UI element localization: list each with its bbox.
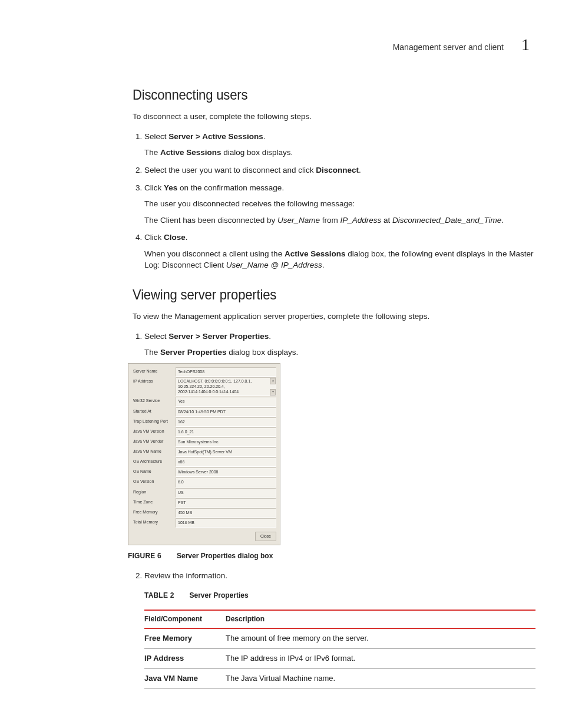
dialog-field-value: 1016 MB bbox=[176, 518, 276, 528]
step-1: Select Server > Active Sessions. The Act… bbox=[144, 131, 535, 159]
dialog-field-label: OS Architecture bbox=[132, 457, 176, 467]
header-section: Management server and client bbox=[393, 42, 504, 52]
dialog-field-value: 1.6.0_21 bbox=[176, 427, 276, 437]
step-4: Click Close. When you disconnect a clien… bbox=[144, 232, 535, 271]
table-title: Server Properties bbox=[190, 591, 249, 599]
dialog-row: RegionUS bbox=[132, 488, 276, 498]
table-row: Free MemoryThe amount of free memory on … bbox=[144, 628, 535, 648]
step-1b: Select Server > Server Properties. The S… bbox=[144, 331, 535, 562]
col-field: Field/Component bbox=[144, 610, 226, 628]
table-row: Java VM NameThe Java Virtual Machine nam… bbox=[144, 669, 535, 689]
scrollbar[interactable]: ▴▾ bbox=[270, 378, 276, 396]
table-cell-desc: The amount of free memory on the server. bbox=[226, 628, 535, 648]
dialog-row: Server NameTechOPS2008 bbox=[132, 367, 276, 377]
dialog-row: Started At08/24/10 1:49:50 PM PDT bbox=[132, 407, 276, 417]
table-cell-field: IP Address bbox=[144, 649, 226, 669]
dialog-row: OS Architecturex86 bbox=[132, 457, 276, 467]
dialog-row: IP AddressLOCALHOST, 0:0:0:0:0:0:0:1, 12… bbox=[132, 377, 276, 396]
dialog-field-label: Total Memory bbox=[132, 518, 176, 528]
col-desc: Description bbox=[226, 610, 535, 628]
dialog-row: Java VM NameJava HotSpot(TM) Server VM bbox=[132, 447, 276, 457]
dialog-field-label: Java VM Version bbox=[132, 427, 176, 437]
table-label: TABLE 2 bbox=[144, 591, 174, 599]
table-cell-desc: The IP address in IPv4 or IPv6 format. bbox=[226, 649, 535, 669]
dialog-row: Time ZonePST bbox=[132, 498, 276, 508]
table-cell-field: Java VM Name bbox=[144, 669, 226, 689]
step-2b: Review the information. TABLE 2Server Pr… bbox=[144, 570, 535, 689]
table-row: IP AddressThe IP address in IPv4 or IPv6… bbox=[144, 649, 535, 669]
dialog-field-value: x86 bbox=[176, 457, 276, 467]
scroll-down-icon[interactable]: ▾ bbox=[270, 389, 276, 396]
step-3: Click Yes on the confirmation message. T… bbox=[144, 182, 535, 226]
dialog-field-label: Win32 Service bbox=[132, 397, 176, 406]
table-cell-desc: The Java Virtual Machine name. bbox=[226, 669, 535, 689]
close-button[interactable]: Close bbox=[255, 532, 276, 541]
dialog-row: OS Version6.0 bbox=[132, 477, 276, 487]
intro-text-2: To view the Management application serve… bbox=[133, 311, 535, 322]
step-3-sub1: The user you disconnected receives the f… bbox=[144, 198, 535, 210]
step-1-sub: The Active Sessions dialog box displays. bbox=[144, 147, 535, 159]
figure-label: FIGURE 6 bbox=[128, 552, 161, 560]
dialog-field-value: 162 bbox=[176, 417, 276, 427]
step-3-sub2: The Client has been disconnected by User… bbox=[144, 215, 535, 226]
dialog-field-value: TechOPS2008 bbox=[176, 367, 276, 377]
dialog-field-label: IP Address bbox=[132, 377, 176, 396]
dialog-field-value: 6.0 bbox=[176, 477, 276, 487]
server-properties-table: Field/Component Description Free MemoryT… bbox=[144, 610, 535, 689]
dialog-field-value: Java HotSpot(TM) Server VM bbox=[176, 447, 276, 457]
dialog-field-label: Java VM Vendor bbox=[132, 437, 176, 447]
dialog-field-label: Server Name bbox=[132, 367, 176, 377]
dialog-row: Java VM Version1.6.0_21 bbox=[132, 427, 276, 437]
dialog-field-value: 08/24/10 1:49:50 PM PDT bbox=[176, 407, 276, 417]
dialog-field-label: OS Version bbox=[132, 477, 176, 487]
step-1b-sub: The Server Properties dialog box display… bbox=[144, 347, 535, 358]
heading-viewing-server-properties: Viewing server properties bbox=[133, 286, 503, 303]
steps-view-props: Select Server > Server Properties. The S… bbox=[133, 331, 535, 689]
dialog-field-label: Started At bbox=[132, 407, 176, 417]
server-properties-dialog: Server NameTechOPS2008IP AddressLOCALHOS… bbox=[128, 363, 280, 545]
dialog-row: Java VM VendorSun Microsystems Inc. bbox=[132, 437, 276, 447]
intro-text: To disconnect a user, complete the follo… bbox=[133, 111, 535, 123]
table-caption: TABLE 2Server Properties bbox=[144, 589, 535, 601]
dialog-field-label: Time Zone bbox=[132, 498, 176, 508]
dialog-field-value: Yes bbox=[176, 397, 276, 406]
dialog-field-value: Sun Microsystems Inc. bbox=[176, 437, 276, 447]
dialog-field-label: Java VM Name bbox=[132, 447, 176, 457]
dialog-row: Trap Listening Port162 bbox=[132, 417, 276, 427]
dialog-row: Free Memory450 MB bbox=[132, 508, 276, 518]
dialog-field-value: 450 MB bbox=[176, 508, 276, 518]
dialog-row: Total Memory1016 MB bbox=[132, 518, 276, 528]
step-4-sub: When you disconnect a client using the A… bbox=[144, 248, 535, 271]
dialog-field-value: US bbox=[176, 488, 276, 498]
scroll-up-icon[interactable]: ▴ bbox=[270, 378, 276, 384]
table-cell-field: Free Memory bbox=[144, 628, 226, 648]
dialog-field-value: Windows Server 2008 bbox=[176, 467, 276, 477]
dialog-field-label: Free Memory bbox=[132, 508, 176, 518]
dialog-field-label: OS Name bbox=[132, 467, 176, 477]
steps-disconnect: Select Server > Active Sessions. The Act… bbox=[133, 131, 535, 271]
header-chapter: 1 bbox=[521, 35, 530, 54]
heading-disconnecting-users: Disconnecting users bbox=[133, 87, 503, 103]
figure-title: Server Properties dialog box bbox=[177, 552, 273, 560]
dialog-field-value: LOCALHOST, 0:0:0:0:0:0:0:1, 127.0.0.1, 1… bbox=[176, 377, 276, 396]
dialog-field-value: PST bbox=[176, 498, 276, 508]
dialog-field-label: Region bbox=[132, 488, 176, 498]
step-2: Select the user you want to disconnect a… bbox=[144, 164, 535, 176]
dialog-row: Win32 ServiceYes bbox=[132, 397, 276, 406]
dialog-field-label: Trap Listening Port bbox=[132, 417, 176, 427]
page-header: Management server and client 1 bbox=[133, 35, 535, 54]
dialog-row: OS NameWindows Server 2008 bbox=[132, 467, 276, 477]
figure-caption: FIGURE 6Server Properties dialog box bbox=[128, 550, 535, 562]
